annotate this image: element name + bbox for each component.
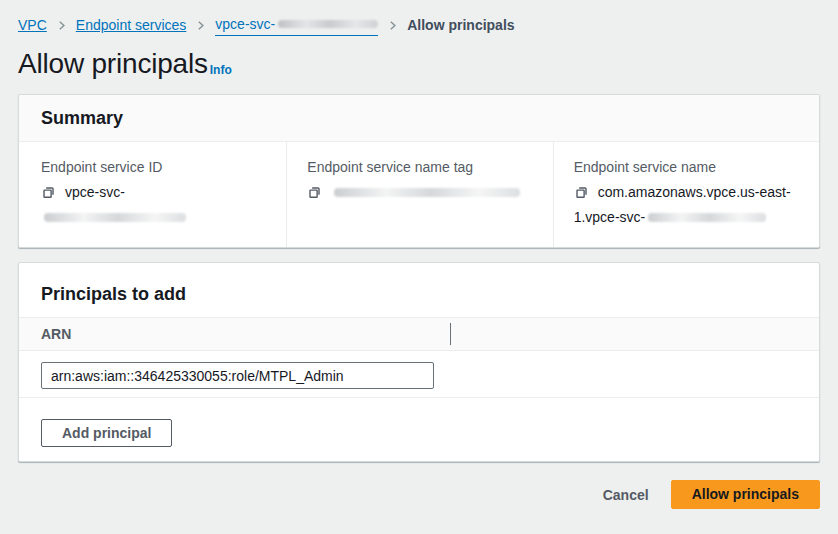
page-title: Allow principals xyxy=(18,45,208,82)
field-value: vpce-svc- xyxy=(41,181,266,228)
arn-column-label: ARN xyxy=(41,326,71,342)
arn-column-header: ARN xyxy=(19,317,819,351)
page: VPC Endpoint services vpce-svc- Allow pr… xyxy=(0,0,838,509)
summary-title: Summary xyxy=(41,108,797,128)
field-value: com.amazonaws.vpce.us-east- 1.vpce-svc- xyxy=(574,181,799,228)
breadcrumb-link-vpc[interactable]: VPC xyxy=(18,15,47,35)
copy-icon[interactable] xyxy=(41,184,56,206)
field-label: Endpoint service ID xyxy=(41,157,266,177)
redacted-value xyxy=(648,213,766,222)
field-endpoint-service-name-tag: Endpoint service name tag xyxy=(286,142,552,247)
redacted-value xyxy=(334,188,520,197)
field-endpoint-service-name: Endpoint service name com.amazonaws.vpce… xyxy=(553,142,819,247)
column-resize-divider[interactable] xyxy=(450,323,451,345)
info-link[interactable]: Info xyxy=(210,63,232,77)
field-endpoint-service-id: Endpoint service ID vpce-svc- xyxy=(19,142,286,247)
breadcrumb-separator-icon xyxy=(56,20,67,31)
field-value xyxy=(307,181,532,206)
summary-card: Summary Endpoint service ID vpce-svc- En… xyxy=(18,94,820,248)
redacted-service-id xyxy=(278,20,378,28)
principals-card-footer: Add principal xyxy=(19,398,819,461)
breadcrumb-separator-icon xyxy=(195,20,206,31)
field-label: Endpoint service name xyxy=(574,157,799,177)
service-id-prefix: vpce-svc- xyxy=(65,184,125,200)
page-header: Allow principals Info xyxy=(18,45,820,82)
copy-icon[interactable] xyxy=(574,184,589,206)
allow-principals-button[interactable]: Allow principals xyxy=(671,480,820,509)
field-label: Endpoint service name tag xyxy=(307,157,532,177)
breadcrumb-link-endpoint-services[interactable]: Endpoint services xyxy=(76,15,187,35)
arn-input-row xyxy=(19,351,819,398)
principals-card: Principals to add ARN Add principal xyxy=(18,262,820,462)
principals-title: Principals to add xyxy=(41,284,797,304)
breadcrumb-link-service-id[interactable]: vpce-svc- xyxy=(215,14,378,36)
add-principal-button[interactable]: Add principal xyxy=(41,419,172,447)
copy-icon[interactable] xyxy=(307,184,322,206)
cancel-button[interactable]: Cancel xyxy=(603,487,649,503)
service-name-line2: 1.vpce-svc- xyxy=(574,209,646,225)
summary-card-body: Endpoint service ID vpce-svc- Endpoint s… xyxy=(19,142,819,247)
summary-card-header: Summary xyxy=(19,95,819,142)
breadcrumb-current: Allow principals xyxy=(407,15,514,35)
service-name-line1: com.amazonaws.vpce.us-east- xyxy=(598,184,791,200)
principals-card-header: Principals to add xyxy=(19,263,819,317)
breadcrumb-service-id-prefix: vpce-svc- xyxy=(215,14,275,34)
arn-input[interactable] xyxy=(41,362,434,389)
breadcrumb-separator-icon xyxy=(387,20,398,31)
form-actions: Cancel Allow principals xyxy=(18,480,820,509)
breadcrumb: VPC Endpoint services vpce-svc- Allow pr… xyxy=(18,0,820,36)
redacted-value xyxy=(44,213,186,222)
